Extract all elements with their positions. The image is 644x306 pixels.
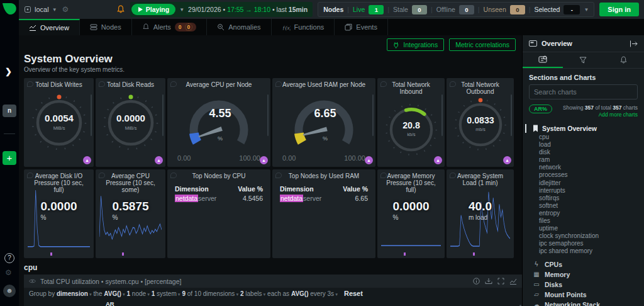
sidebar-chart-item[interactable]: ram [523, 156, 644, 164]
card-network-outbound[interactable]: Total Network Outbound 0.0833 mb/s ▲ [447, 78, 514, 167]
notifications-icon[interactable] [116, 5, 125, 14]
selected-value[interactable]: - [564, 5, 580, 14]
card-network-inbound[interactable]: Total Network Inbound 20.8 kb/s ▲ [377, 78, 445, 167]
sidebar-chart-item[interactable]: network [523, 164, 644, 171]
add-workspace-button[interactable]: + [3, 151, 16, 165]
metric-value: 0.5875 [112, 200, 148, 213]
filter-funnel-icon [579, 57, 587, 64]
anomaly-rate-icon[interactable]: ▲ [503, 156, 511, 164]
chart-options-icon[interactable] [509, 278, 517, 285]
svg-text:20.8: 20.8 [402, 120, 420, 130]
chevron-down-icon[interactable]: ▼ [179, 7, 184, 13]
download-icon[interactable] [485, 278, 492, 285]
sidebar-section-item[interactable]: ☁Networking Stack [523, 300, 644, 306]
tab-events[interactable]: Events [335, 19, 388, 35]
tab-sections-charts[interactable] [523, 52, 563, 68]
chart-type-icon [99, 173, 105, 178]
space-settings-icon[interactable]: ⚙ [62, 5, 69, 14]
help-icon[interactable]: ? [4, 253, 14, 263]
anomaly-rate-icon[interactable]: ▲ [260, 156, 268, 164]
expand-rail-icon[interactable]: ❯ [5, 67, 12, 76]
collapse-sidebar-icon[interactable] [630, 40, 638, 47]
ar-percent-badge[interactable]: AR% [529, 105, 552, 113]
card-top-nodes-ram[interactable]: Top Nodes by Used RAM DimensionValue % n… [272, 169, 375, 258]
sidebar-chart-item[interactable]: uptime [523, 225, 644, 232]
stale-count-badge[interactable]: 0 [412, 5, 427, 14]
card-system-load[interactable]: Average System Load (1 min) 40.0m load [447, 169, 514, 258]
anomaly-rate-icon[interactable]: ▲ [365, 156, 373, 164]
table-row[interactable]: netdataserver 4.5456 [175, 194, 263, 203]
sidebar-chart-item[interactable]: load [523, 141, 644, 149]
sidebar-chart-item[interactable]: disk [523, 149, 644, 156]
svg-text:MiB/s: MiB/s [125, 125, 136, 131]
anomaly-rate-icon[interactable]: ▲ [83, 156, 91, 164]
section-icon: ▭ [533, 280, 540, 290]
anomaly-rate-icon[interactable]: ▲ [155, 156, 163, 164]
unseen-count-badge[interactable]: 0 [510, 5, 525, 14]
toolbar-dropdown[interactable]: the AVG() ▾ [94, 290, 125, 297]
search-input[interactable] [529, 84, 638, 99]
toolbar-dropdown[interactable]: 1 node ▾ [127, 290, 150, 297]
card-total-disk-reads[interactable]: Total Disk Reads 0.0000 MiB/s ▲ [96, 78, 165, 167]
table-row[interactable]: netdataserver 6.65 [280, 194, 368, 203]
toolbar-dropdown[interactable]: 1 system ▾ [152, 290, 180, 297]
sidebar-chart-item[interactable]: entropy [523, 210, 644, 217]
tab-alerts-panel[interactable] [604, 52, 644, 68]
row-value: 4.5456 [243, 194, 263, 203]
chevron-down-icon[interactable]: ▼ [584, 7, 589, 13]
fullscreen-icon[interactable] [497, 278, 504, 285]
workspace-avatar[interactable]: n [3, 105, 16, 117]
rail-settings-icon[interactable]: ⚙ [5, 268, 12, 277]
sidebar-section-item[interactable]: ▭Disks [523, 280, 644, 290]
netdata-logo-icon[interactable] [2, 3, 17, 16]
sidebar-chart-item[interactable]: ipc shared memory [523, 247, 644, 255]
tab-anomalies[interactable]: Anomalies [207, 19, 271, 35]
sidebar-chart-item[interactable]: cpu [523, 133, 644, 141]
offline-count-badge[interactable]: 0 [459, 5, 474, 14]
sidebar-chart-item[interactable]: files [523, 217, 644, 225]
sidebar-chart-item[interactable]: softnet [523, 202, 644, 210]
sidebar-chart-item[interactable]: processes [523, 171, 644, 179]
sidebar-chart-item[interactable]: ipc semaphores [523, 240, 644, 247]
reset-button[interactable]: Reset [344, 290, 363, 297]
toolbar-dropdown[interactable]: Group by dimension ▾ [29, 290, 92, 297]
info-icon[interactable] [473, 278, 480, 285]
card-average-cpu[interactable]: Average CPU per Node 4.55 % 0.00100.00 ▲ [167, 78, 270, 167]
sidebar-chart-item[interactable]: idlejitter [523, 179, 644, 187]
tab-functions[interactable]: ƒ(x) Functions [272, 19, 335, 35]
sidebar-chart-item[interactable]: clock synchronization [523, 232, 644, 240]
playing-pill[interactable]: Playing [131, 4, 175, 15]
sidebar-chart-item[interactable]: interrupts [523, 187, 644, 195]
page-actions: Integrations Metric correlations [19, 35, 522, 51]
card-average-ram[interactable]: Average Used RAM per Node 6.65 % 0.00100… [272, 78, 375, 167]
card-disk-io-pressure[interactable]: Average Disk I/O Pressure (10 sec, full)… [24, 169, 94, 258]
sign-in-button[interactable]: Sign in [599, 3, 639, 16]
user-avatar-icon[interactable]: ☻ [3, 285, 16, 297]
sidebar-section-item[interactable]: ▱Mount Points [523, 290, 644, 300]
time-control[interactable]: Playing ▼ 29/01/2026 • 17:55 → 18:10 • l… [130, 2, 313, 17]
toolbar-dropdown[interactable]: 9 of 10 dimensions ▾ [182, 290, 238, 297]
metric-correlations-button[interactable]: Metric correlations [449, 38, 516, 51]
card-scrollbar [267, 94, 269, 136]
tab-alerts[interactable]: Alerts 00 [132, 19, 208, 35]
anomaly-rate-icon[interactable]: ▲ [434, 156, 442, 164]
card-top-nodes-cpu[interactable]: Top Nodes by CPU DimensionValue % netdat… [167, 169, 270, 258]
sidebar-section-system-overview[interactable]: System Overview [523, 123, 644, 133]
card-memory-pressure[interactable]: Average Memory Pressure (10 sec, full) 0… [377, 169, 445, 258]
tab-overview[interactable]: Overview [19, 19, 80, 35]
sidebar-chart-item[interactable]: softirqs [523, 195, 644, 202]
node-selector[interactable]: local ▼ [24, 6, 57, 13]
date-range[interactable]: 29/01/2026 • 17:55 → 18:10 • last 15min [188, 6, 308, 13]
card-total-disk-writes[interactable]: Total Disk Writes 0.0054 MiB/s ▲ [24, 78, 94, 167]
add-more-charts-link[interactable]: Add more charts [599, 111, 638, 118]
integrations-button[interactable]: Integrations [387, 38, 444, 51]
card-cpu-pressure[interactable]: Average CPU Pressure (10 sec, some) 0.58… [96, 169, 165, 258]
tab-nodes[interactable]: Nodes [80, 19, 132, 35]
net-inbound-gauge: 20.8 kb/s [379, 96, 444, 162]
toolbar-dropdown[interactable]: 2 labels ▾ [240, 290, 265, 297]
tab-filters[interactable] [563, 52, 603, 68]
sidebar-section-item[interactable]: ϟCPUs [523, 259, 644, 269]
toolbar-dropdown[interactable]: each as AVG() every 3s ▾ [267, 290, 338, 297]
sidebar-section-item[interactable]: ▦Memory [523, 269, 644, 280]
live-count-badge[interactable]: 1 [369, 5, 384, 14]
